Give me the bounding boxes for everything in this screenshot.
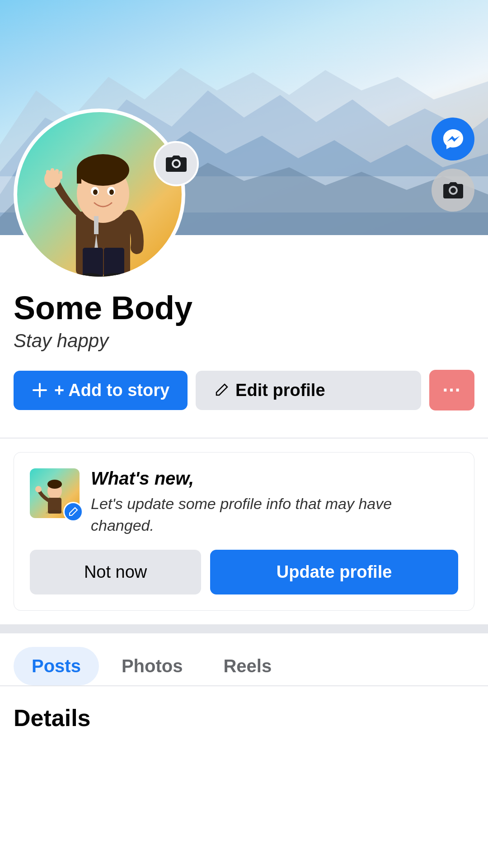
add-to-story-button[interactable]: + Add to story xyxy=(14,371,188,410)
update-profile-button[interactable]: Update profile xyxy=(210,550,458,594)
svg-rect-23 xyxy=(59,171,62,179)
profile-actions: + Add to story Edit profile ··· xyxy=(14,370,474,410)
whats-new-description: Let's update some profile info that may … xyxy=(91,493,458,536)
svg-rect-20 xyxy=(46,170,50,180)
svg-rect-13 xyxy=(94,216,99,234)
svg-point-28 xyxy=(35,486,42,492)
messenger-button[interactable] xyxy=(432,118,474,160)
tab-photos[interactable]: Photos xyxy=(103,647,201,685)
edit-icon xyxy=(214,382,229,398)
avatar-image xyxy=(17,112,185,280)
avatar-camera-button[interactable] xyxy=(154,141,199,186)
whats-new-buttons: Not now Update profile xyxy=(30,550,458,594)
cover-camera-button[interactable] xyxy=(432,169,474,212)
messenger-icon xyxy=(441,127,465,151)
svg-point-11 xyxy=(93,189,98,195)
profile-info: Some Body Stay happy + Add to story Edit… xyxy=(0,289,488,438)
svg-rect-21 xyxy=(51,168,54,179)
details-section: Details xyxy=(0,686,488,759)
profile-bio: Stay happy xyxy=(14,330,474,352)
details-title: Details xyxy=(14,704,474,731)
edit-badge-icon xyxy=(68,507,78,517)
whats-new-text: What's new, Let's update some profile in… xyxy=(91,468,458,536)
tab-reels[interactable]: Reels xyxy=(205,647,290,685)
svg-rect-8 xyxy=(77,170,81,184)
svg-point-25 xyxy=(47,480,62,489)
camera-icon xyxy=(441,179,465,202)
whats-new-card: What's new, Let's update some profile in… xyxy=(14,452,474,611)
cover-photo xyxy=(0,0,488,235)
not-now-button[interactable]: Not now xyxy=(30,550,201,594)
profile-tabs: Posts Photos Reels xyxy=(0,633,488,686)
profile-name: Some Body xyxy=(14,289,474,326)
svg-point-7 xyxy=(77,154,129,186)
profile-divider xyxy=(0,438,488,439)
svg-rect-22 xyxy=(55,169,59,179)
whats-new-header: What's new, Let's update some profile in… xyxy=(30,468,458,536)
cover-action-buttons xyxy=(432,118,474,212)
tab-posts[interactable]: Posts xyxy=(14,647,99,685)
avatar-camera-icon xyxy=(164,151,188,176)
svg-point-12 xyxy=(109,189,114,195)
whats-new-avatar xyxy=(30,468,80,518)
edit-badge xyxy=(63,502,83,522)
edit-profile-button[interactable]: Edit profile xyxy=(196,371,421,410)
section-separator xyxy=(0,624,488,633)
more-options-button[interactable]: ··· xyxy=(429,370,474,410)
plus-icon xyxy=(32,382,48,398)
whats-new-title: What's new, xyxy=(91,468,458,489)
avatar xyxy=(14,108,185,280)
